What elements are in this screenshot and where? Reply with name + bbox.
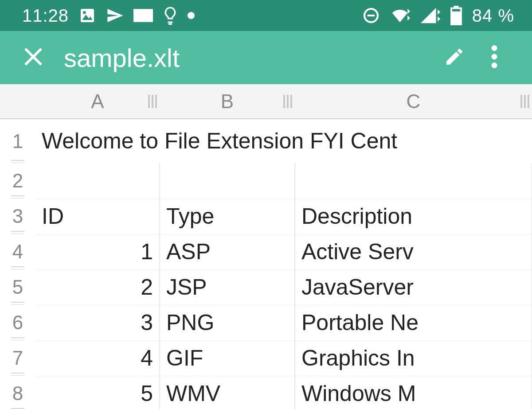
row-header-4[interactable]: 4 — [0, 234, 35, 269]
cell-value: Description — [301, 204, 412, 229]
cell-C2[interactable] — [295, 163, 532, 199]
rectangle-icon — [133, 8, 153, 23]
cell-C6[interactable]: Portable Ne — [295, 305, 532, 340]
do-not-disturb-icon — [362, 7, 380, 24]
column-header-label: B — [221, 90, 234, 112]
cell-C8[interactable]: Windows M — [295, 376, 532, 409]
status-left-group: 11:28 — [22, 6, 195, 26]
cell-B2[interactable] — [160, 163, 295, 199]
cell-value: WMV — [166, 381, 220, 406]
cell-value: 5 — [141, 381, 153, 406]
row-header-5[interactable]: 5 — [0, 269, 35, 305]
pencil-icon — [444, 46, 465, 69]
row-header-label: 2 — [12, 170, 23, 191]
column-header-label: A — [91, 90, 104, 112]
cellular-signal-icon — [420, 7, 440, 24]
svg-point-18 — [492, 62, 497, 68]
spreadsheet-grid: A B C 1 Welco — [0, 84, 532, 409]
notification-dot-icon — [188, 12, 195, 19]
row-header-3[interactable]: 3 — [0, 199, 35, 234]
column-header-C[interactable]: C — [295, 84, 532, 119]
svg-point-2 — [83, 11, 86, 14]
cell-value: JavaServer — [301, 275, 414, 300]
cell-value: 2 — [141, 275, 153, 300]
row-header-label: 7 — [12, 347, 23, 369]
cell-B7[interactable]: GIF — [160, 340, 295, 376]
column-header-A[interactable]: A — [35, 84, 160, 119]
select-all-corner[interactable] — [0, 84, 35, 119]
svg-rect-0 — [81, 9, 94, 22]
row-header-7[interactable]: 7 — [0, 340, 35, 376]
cell-A2[interactable] — [35, 163, 160, 199]
app-bar: sample.xlt — [0, 31, 532, 84]
cell-A6[interactable]: 3 — [35, 305, 160, 340]
photo-icon — [78, 7, 96, 24]
cell-value: Windows M — [301, 381, 416, 406]
row-header-label: 8 — [12, 382, 23, 404]
cell-value: Portable Ne — [301, 310, 419, 335]
cell-value: Active Serv — [301, 239, 414, 264]
status-bar: 11:28 — [0, 0, 532, 31]
column-header-B[interactable]: B — [160, 84, 295, 119]
battery-icon — [450, 6, 462, 25]
cell-value: 1 — [141, 239, 153, 264]
svg-marker-9 — [438, 10, 440, 15]
svg-point-16 — [492, 45, 497, 51]
cell-value: Welcome to File Extension FYI Cent — [42, 129, 397, 153]
cell-B6[interactable]: PNG — [160, 305, 295, 340]
cell-value: ID — [42, 204, 64, 229]
column-resize-handle[interactable] — [148, 95, 157, 108]
spreadsheet-viewport[interactable]: A B C 1 Welco — [0, 84, 532, 409]
cell-value: ASP — [166, 239, 211, 264]
document-title: sample.xlt — [53, 43, 434, 73]
cell-A8[interactable]: 5 — [35, 376, 160, 409]
cell-B4[interactable]: ASP — [160, 234, 295, 269]
cell-C4[interactable]: Active Serv — [295, 234, 532, 269]
close-button[interactable] — [13, 38, 53, 78]
cell-value: 4 — [141, 346, 153, 370]
overflow-menu-button[interactable] — [474, 38, 514, 78]
status-time: 11:28 — [22, 6, 69, 26]
status-right-group: 84 % — [362, 6, 514, 26]
close-icon — [23, 46, 44, 69]
cell-B3[interactable]: Type — [160, 199, 295, 234]
row-header-label: 1 — [12, 130, 23, 152]
cell-value: GIF — [166, 346, 203, 370]
cell-value: Graphics In — [301, 346, 415, 370]
svg-rect-13 — [451, 12, 461, 24]
svg-marker-7 — [407, 16, 410, 21]
more-vert-icon — [491, 45, 497, 70]
svg-marker-8 — [421, 8, 436, 23]
cell-B8[interactable]: WMV — [160, 376, 295, 409]
cell-value: JSP — [166, 275, 207, 300]
lightbulb-icon — [163, 6, 178, 25]
row-header-2[interactable]: 2 — [0, 163, 35, 199]
wifi-icon — [390, 7, 410, 24]
edit-button[interactable] — [434, 38, 474, 78]
column-resize-handle[interactable] — [520, 95, 529, 108]
cell-A4[interactable]: 1 — [35, 234, 160, 269]
svg-marker-10 — [438, 16, 440, 22]
cell-A3[interactable]: ID — [35, 199, 160, 234]
column-resize-handle[interactable] — [283, 95, 292, 108]
cell-C3[interactable]: Description — [295, 199, 532, 234]
svg-point-17 — [492, 54, 497, 60]
cell-B5[interactable]: JSP — [160, 269, 295, 305]
cell-C5[interactable]: JavaServer — [295, 269, 532, 305]
row-header-label: 3 — [12, 205, 23, 227]
svg-marker-6 — [407, 9, 410, 14]
cell-C7[interactable]: Graphics In — [295, 340, 532, 376]
row-header-1[interactable]: 1 — [0, 119, 35, 163]
svg-rect-3 — [133, 9, 153, 22]
cell-value: Type — [166, 204, 214, 229]
cell-A7[interactable]: 4 — [35, 340, 160, 376]
send-icon — [106, 7, 124, 24]
cell-A5[interactable]: 2 — [35, 269, 160, 305]
row-header-label: 5 — [12, 276, 23, 298]
cell-value: 3 — [141, 310, 153, 335]
row-header-6[interactable]: 6 — [0, 305, 35, 340]
column-header-label: C — [407, 90, 421, 112]
row-header-8[interactable]: 8 — [0, 376, 35, 409]
battery-percent: 84 % — [472, 6, 514, 26]
cell-A1[interactable]: Welcome to File Extension FYI Cent — [35, 119, 532, 163]
